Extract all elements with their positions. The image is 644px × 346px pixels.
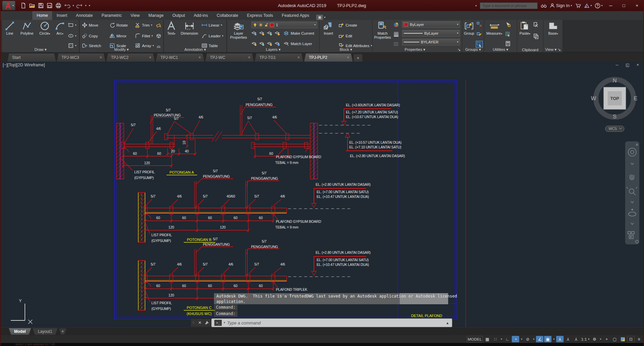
file-tab-tpj-plp2[interactable]: TPJ-PLP2× xyxy=(304,54,353,62)
command-input[interactable]: >_ ▾ Type a command ▲ xyxy=(211,318,452,327)
match-properties-button[interactable]: Match Properties xyxy=(373,21,392,39)
file-tab-close-icon[interactable]: × xyxy=(149,55,151,60)
layer-tool-icon[interactable] xyxy=(267,41,273,46)
maximize-button[interactable]: □ xyxy=(619,2,629,10)
file-tab-tpj-tg1[interactable]: TPJ-TG1× xyxy=(255,54,303,62)
explode-icon[interactable] xyxy=(156,33,162,39)
ribbon-tab-collaborate[interactable]: Collaborate xyxy=(212,11,243,20)
new-layout-button[interactable]: + xyxy=(59,328,66,335)
recent-commands-caret-icon[interactable]: ▾ xyxy=(224,321,225,324)
quick-calculator-icon[interactable] xyxy=(505,41,511,46)
panel-label-annotation[interactable]: Annotation ▾ xyxy=(164,47,226,52)
search-expand-icon[interactable]: ▸ xyxy=(475,4,477,7)
snap-icon[interactable]: ∷ xyxy=(492,336,499,342)
object-snap-tracking-icon[interactable]: ∠ xyxy=(536,336,543,342)
caret[interactable]: ▾ xyxy=(552,336,556,342)
layer-tool-icon[interactable] xyxy=(275,30,280,36)
redo-caret-icon[interactable]: ▾ xyxy=(85,4,86,7)
ribbon-tab-featured-apps[interactable]: Featured Apps xyxy=(278,11,314,20)
redo-icon[interactable] xyxy=(76,2,83,9)
file-tab-start[interactable]: Start xyxy=(7,54,56,62)
lineweight-dropdown[interactable]: ByLayer▾ xyxy=(402,30,460,37)
customize-menu-icon[interactable]: ≡ xyxy=(635,336,643,342)
ungroup-icon[interactable] xyxy=(476,22,482,27)
dimension-button[interactable]: Dimension xyxy=(179,21,200,35)
undo-icon[interactable] xyxy=(64,2,70,9)
copy-clip-icon[interactable] xyxy=(533,33,539,39)
plot-icon[interactable] xyxy=(55,2,62,9)
layer-tool-icon[interactable] xyxy=(251,30,257,36)
panel-label-view[interactable]: View ▾ ↘ xyxy=(543,47,563,52)
polyline-button[interactable]: Polyline xyxy=(17,21,36,35)
quick-select-icon[interactable] xyxy=(505,22,511,27)
leader-button[interactable]: Leader▾ xyxy=(202,33,223,39)
save-icon[interactable] xyxy=(38,2,44,9)
text-button[interactable]: Text▾ xyxy=(165,21,178,35)
panel-label-draw[interactable]: Draw ▾ xyxy=(2,47,79,52)
arc-button[interactable]: Arc▾ xyxy=(53,21,67,35)
sign-in-caret-icon[interactable]: ▾ xyxy=(571,4,572,7)
ribbon-tab-home[interactable]: Home xyxy=(32,11,52,20)
tab-layout1[interactable]: Layout1 xyxy=(33,328,58,335)
ribbon-tab-insert[interactable]: Insert xyxy=(52,11,71,20)
search-binoculars-icon[interactable] xyxy=(541,3,547,8)
panel-label-utilities[interactable]: Utilities ▾ xyxy=(484,47,517,52)
close-button[interactable]: × xyxy=(632,2,642,10)
interface-overview-icon[interactable]: ▣▾ xyxy=(316,15,325,20)
file-tab-close-icon[interactable]: × xyxy=(100,55,102,60)
cut-icon[interactable] xyxy=(533,22,539,28)
file-tab-close-icon[interactable]: × xyxy=(297,55,300,60)
minimize-button[interactable]: ─ xyxy=(606,2,616,10)
caret[interactable]: ▾ xyxy=(520,336,523,342)
group-edit-icon[interactable] xyxy=(476,31,482,37)
rectangle-tool-icon[interactable]: ▾ xyxy=(68,22,76,28)
ribbon-tab-add-ins[interactable]: Add-ins xyxy=(189,11,212,20)
circle-button[interactable]: Circle▾ xyxy=(37,21,52,35)
autodesk-account-icon[interactable]: ▾ xyxy=(584,3,592,8)
viewport-controls[interactable]: [−][Top][2D Wireframe] xyxy=(3,63,45,67)
layer-tool-icon[interactable] xyxy=(259,41,265,46)
new-file-icon[interactable] xyxy=(20,2,27,9)
model-space-toggle[interactable]: MODEL xyxy=(467,336,483,342)
file-tab-close-icon[interactable]: × xyxy=(248,55,250,60)
open-folder-icon[interactable] xyxy=(29,2,35,9)
annotation-visibility-icon[interactable]: ⅄ xyxy=(556,336,564,342)
ribbon-tab-express-tools[interactable]: Express Tools xyxy=(243,11,278,20)
command-close-icon[interactable]: × xyxy=(198,320,201,326)
create-block-button[interactable]: Create xyxy=(338,22,357,28)
rotate-button[interactable]: Rotate xyxy=(109,22,128,28)
ribbon-tab-manage[interactable]: Manage xyxy=(144,11,168,20)
ribbon-tab-output[interactable]: Output xyxy=(168,11,189,20)
isolate-objects-icon[interactable]: ▢ xyxy=(611,336,618,342)
ribbon-tab-annotate[interactable]: Annotate xyxy=(72,11,97,20)
polar-tracking-icon[interactable]: ◔ xyxy=(512,336,519,342)
file-tab-tpj-wc3[interactable]: TPJ-WC3× xyxy=(57,54,105,62)
hardware-acceleration-icon[interactable] xyxy=(619,336,627,342)
paste-button[interactable]: Paste▾ xyxy=(518,21,532,35)
save-as-icon[interactable] xyxy=(46,2,53,9)
file-tab-close-icon[interactable]: × xyxy=(199,55,201,60)
group-selection-toggle[interactable] xyxy=(476,41,483,48)
erase-icon[interactable] xyxy=(156,22,162,28)
ribbon-tab-view[interactable]: View xyxy=(126,11,144,20)
sign-in-button[interactable]: Sign In ▾ xyxy=(550,3,572,8)
object-snap-icon[interactable]: ▣ xyxy=(544,336,551,342)
file-tab-tpj-wc1[interactable]: TPJ-WC1× xyxy=(156,54,204,62)
undo-caret-icon[interactable]: ▾ xyxy=(73,4,74,7)
move-button[interactable]: Move xyxy=(82,22,98,28)
drawing-canvas[interactable] xyxy=(0,62,644,327)
app-menu-button[interactable]: ▾ xyxy=(2,1,15,10)
annotation-scale-icon[interactable]: ⅄ xyxy=(572,336,580,342)
dock-grip[interactable]: ⠿ xyxy=(192,321,195,324)
copy-button[interactable]: Copy xyxy=(82,33,98,39)
trim-button[interactable]: Trim▾ xyxy=(135,22,152,28)
layer-tool-icon[interactable] xyxy=(251,41,257,46)
layer-tool-icon[interactable] xyxy=(267,30,273,36)
layer-properties-button[interactable]: Layer Properties xyxy=(228,21,249,39)
crosshair-icon[interactable]: + xyxy=(603,336,610,342)
match-layer-button[interactable]: Match Layer xyxy=(284,41,312,46)
file-tab-tpj-wc2[interactable]: TPJ-WC2× xyxy=(106,54,155,62)
layer-tool-icon[interactable] xyxy=(275,41,280,46)
panel-label-block[interactable]: Block ▾ xyxy=(320,47,372,52)
panel-label-properties[interactable]: Properties ▾ ↘ xyxy=(372,47,462,52)
